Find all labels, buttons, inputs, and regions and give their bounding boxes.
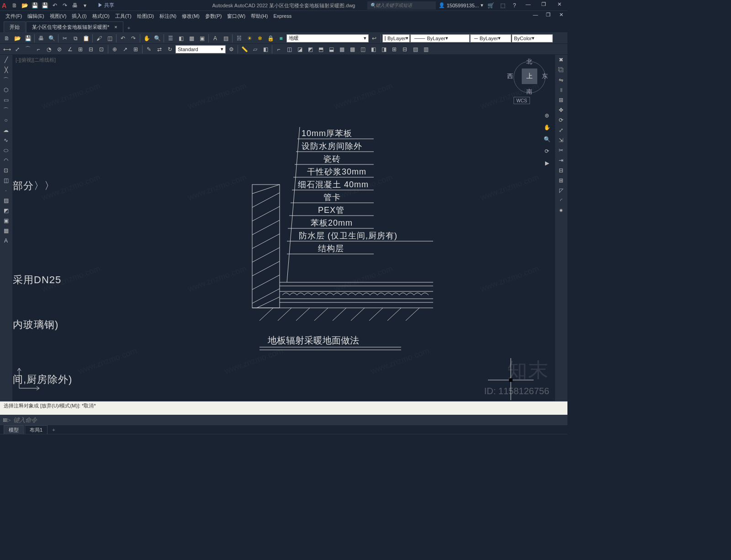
tool-mtext-icon[interactable]: A <box>0 236 12 246</box>
mod-move-icon[interactable]: ✥ <box>555 105 567 115</box>
tb-undo-icon[interactable]: ↶ <box>118 34 128 43</box>
tb-u4-icon[interactable]: ◩ <box>305 45 315 54</box>
tb-cut-icon[interactable]: ✂ <box>60 34 70 43</box>
share-button[interactable]: ▶ 共享 <box>94 1 118 9</box>
color-select[interactable]: ByLayer▾ <box>382 34 410 42</box>
restore-button[interactable]: ❐ <box>537 1 550 10</box>
command-line[interactable]: ⊞ ▷ <box>0 415 567 425</box>
viewcube[interactable]: 上 北 南 西 东 WCS <box>512 58 547 104</box>
layout-tab-model[interactable]: 模型 <box>4 425 24 434</box>
tb-dist-icon[interactable]: 📏 <box>239 45 249 54</box>
tb-pan-icon[interactable]: ✋ <box>142 34 152 43</box>
doc-close-button[interactable]: ✕ <box>555 12 567 20</box>
tool-point-icon[interactable]: ∙ <box>0 185 12 195</box>
tb-dimtedit-icon[interactable]: ⇄ <box>154 45 164 54</box>
minimize-button[interactable]: — <box>522 1 535 10</box>
tb-area-icon[interactable]: ▱ <box>250 45 260 54</box>
tab-add-button[interactable]: + <box>124 23 134 32</box>
qat-print-icon[interactable]: 🖶 <box>70 1 79 10</box>
qat-new-icon[interactable]: 🗎 <box>10 1 19 10</box>
tool-arc-icon[interactable]: ⌒ <box>0 105 12 115</box>
wcs-dropdown[interactable]: WCS <box>514 97 530 104</box>
tb-table-icon[interactable]: ▤ <box>221 34 231 43</box>
menu-tools[interactable]: 工具(T) <box>112 11 134 21</box>
doc-minimize-button[interactable]: — <box>529 12 542 20</box>
tb-layer-freeze-icon[interactable]: ❄ <box>255 34 265 43</box>
tb-plot-icon[interactable]: 🖶 <box>36 34 46 43</box>
mod-explode-icon[interactable]: ✷ <box>555 206 567 216</box>
tb-u15-icon[interactable]: ▥ <box>421 45 431 54</box>
tb-save-icon[interactable]: 💾 <box>23 34 33 43</box>
nav-zoom-icon[interactable]: 🔍 <box>542 133 552 145</box>
tool-ellipse-icon[interactable]: ⬭ <box>0 145 12 155</box>
tb-dim-baseline-icon[interactable]: ⊟ <box>86 45 96 54</box>
plotstyle-select[interactable]: ByColor▾ <box>512 34 553 42</box>
menu-draw[interactable]: 绘图(D) <box>134 11 157 21</box>
menu-insert[interactable]: 插入(I) <box>69 11 89 21</box>
nav-wheel-icon[interactable]: ⊛ <box>542 110 552 122</box>
linetype-select[interactable]: ─── ByLayer▾ <box>410 34 470 42</box>
doc-restore-button[interactable]: ❐ <box>542 12 555 20</box>
tb-layer-manager-icon[interactable]: ☵ <box>234 34 244 43</box>
viewcube-east[interactable]: 东 <box>542 72 548 80</box>
help-search-input[interactable]: 🔍 键入关键字或短语 <box>367 1 436 10</box>
tool-block-icon[interactable]: ◫ <box>0 175 12 185</box>
mod-trim-icon[interactable]: ✂ <box>555 145 567 155</box>
mod-mirror-icon[interactable]: ⇋ <box>555 75 567 85</box>
tool-spline-icon[interactable]: ∿ <box>0 135 12 145</box>
help-icon[interactable]: ? <box>510 1 519 10</box>
menu-help[interactable]: 帮助(H) <box>248 11 270 21</box>
mod-join-icon[interactable]: ⊞ <box>555 175 567 185</box>
tb-dim-ordinate-icon[interactable]: ⌐ <box>33 45 43 54</box>
tool-table-icon[interactable]: ▦ <box>0 226 12 236</box>
cart-icon[interactable]: 🛒 <box>486 1 495 10</box>
close-button[interactable]: ✕ <box>553 1 566 10</box>
tb-block-icon[interactable]: ◫ <box>105 34 115 43</box>
tb-u14-icon[interactable]: ▤ <box>410 45 420 54</box>
tb-u10-icon[interactable]: ◧ <box>368 45 378 54</box>
tb-tolerance-icon[interactable]: ⊞ <box>131 45 141 54</box>
drawing-canvas[interactable]: [-][俯视][二维线框] www.znzmo.com www.znzmo.co… <box>13 55 555 401</box>
tb-dimupdate-icon[interactable]: ↻ <box>165 45 175 54</box>
viewcube-north[interactable]: 北 <box>526 58 532 66</box>
menu-file[interactable]: 文件(F) <box>3 11 25 21</box>
menu-parametric[interactable]: 参数(P) <box>202 11 225 21</box>
viewcube-top[interactable]: 上 <box>522 69 537 84</box>
tb-u11-icon[interactable]: ◨ <box>379 45 389 54</box>
tb-dimedit-icon[interactable]: ✎ <box>144 45 154 54</box>
tb-dim-diameter-icon[interactable]: ⊘ <box>54 45 64 54</box>
tb-preview-icon[interactable]: 🔍 <box>47 34 57 43</box>
tb-match-icon[interactable]: 🖌 <box>94 34 104 43</box>
tb-layer-prev-icon[interactable]: ↩ <box>369 34 379 43</box>
tool-xline-icon[interactable]: ╳ <box>0 65 12 75</box>
menu-express[interactable]: Express <box>270 12 294 20</box>
nav-pan-icon[interactable]: ✋ <box>542 122 552 133</box>
layout-tab-add[interactable]: + <box>48 426 58 433</box>
viewcube-west[interactable]: 西 <box>507 72 513 80</box>
tb-u6-icon[interactable]: ⬓ <box>326 45 336 54</box>
tb-dim-radius-icon[interactable]: ◔ <box>44 45 54 54</box>
tb-ucs-icon[interactable]: ⌐ <box>274 45 284 54</box>
tb-u7-icon[interactable]: ▦ <box>337 45 347 54</box>
tb-u2-icon[interactable]: ◫ <box>284 45 294 54</box>
tb-tool-icon[interactable]: ▦ <box>186 34 196 43</box>
tb-region-icon[interactable]: ◧ <box>260 45 270 54</box>
tool-hatch-icon[interactable]: ▨ <box>0 195 12 206</box>
tab-document[interactable]: 某小区住宅楼全套地板辐射采暖图* × <box>26 21 123 32</box>
qat-redo-icon[interactable]: ↷ <box>60 1 69 10</box>
mod-rotate-icon[interactable]: ⟳ <box>555 115 567 125</box>
nav-orbit-icon[interactable]: ⟳ <box>542 145 552 157</box>
tb-copy-icon[interactable]: ⧉ <box>70 34 80 43</box>
command-history[interactable]: 选择注释对象或 [放弃(U)/模式(M)]: *取消* <box>0 402 567 415</box>
tool-rect-icon[interactable]: ▭ <box>0 95 12 105</box>
tb-sheet-icon[interactable]: ▣ <box>197 34 207 43</box>
tool-insert-icon[interactable]: ⊡ <box>0 165 12 175</box>
tb-paste-icon[interactable]: 📋 <box>81 34 91 43</box>
tb-center-icon[interactable]: ⊕ <box>110 45 120 54</box>
tb-u13-icon[interactable]: ⊟ <box>400 45 410 54</box>
layer-select[interactable]: 地暖 ▾ <box>286 34 369 42</box>
tool-gradient-icon[interactable]: ◩ <box>0 206 12 216</box>
mod-chamfer-icon[interactable]: ◸ <box>555 185 567 195</box>
menu-view[interactable]: 视图(V) <box>47 11 69 21</box>
qat-undo-icon[interactable]: ↶ <box>50 1 59 10</box>
